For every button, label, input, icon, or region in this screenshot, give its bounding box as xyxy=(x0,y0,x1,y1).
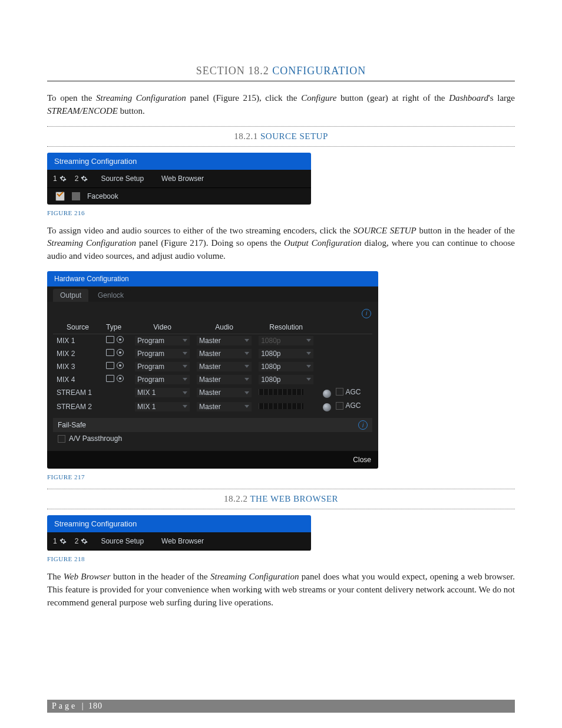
chevron-down-icon xyxy=(244,405,249,408)
cell-video[interactable]: Program xyxy=(131,360,193,373)
window-titlebar: Streaming Configuration xyxy=(47,515,311,532)
slot-number: 1 xyxy=(53,537,57,545)
cell-resolution[interactable]: 1080p xyxy=(255,360,317,373)
table-row: MIX 3ProgramMaster1080p xyxy=(53,360,372,373)
failsafe-row: Fail-Safe i xyxy=(53,418,372,432)
display-icon[interactable] xyxy=(106,336,114,343)
agc-label: AGC xyxy=(346,401,361,410)
display-icon[interactable] xyxy=(106,349,114,356)
cell-extra xyxy=(317,347,372,360)
audio-dropdown[interactable]: Master xyxy=(197,402,252,411)
chevron-down-icon xyxy=(183,391,187,394)
encoder-enable-checkbox[interactable] xyxy=(55,192,65,201)
col-resolution: Resolution xyxy=(255,321,317,334)
slot-number: 1 xyxy=(53,174,57,183)
tab-web-browser[interactable]: Web Browser xyxy=(157,536,209,546)
slot-number: 2 xyxy=(75,174,79,183)
cell-audio[interactable]: Master xyxy=(193,373,255,386)
video-dropdown[interactable]: Program xyxy=(135,362,190,371)
cell-audio[interactable]: Master xyxy=(193,386,255,400)
encoder-slot-2[interactable]: 2 xyxy=(75,174,88,183)
audio-dropdown[interactable]: Master xyxy=(197,349,252,358)
video-dropdown[interactable]: MIX 1 xyxy=(135,388,190,397)
encoder-slot-2[interactable]: 2 xyxy=(75,537,88,545)
tab-source-setup[interactable]: Source Setup xyxy=(96,173,148,184)
cell-type xyxy=(103,386,131,400)
agc-checkbox[interactable] xyxy=(336,388,343,396)
tab-strip: Output Genlock xyxy=(47,286,378,302)
cell-video[interactable]: MIX 1 xyxy=(131,400,193,413)
cell-resolution[interactable]: 1080p xyxy=(255,347,317,360)
record-icon[interactable] xyxy=(117,362,124,369)
tab-output[interactable]: Output xyxy=(53,289,88,302)
volume-knob[interactable] xyxy=(323,390,331,398)
cell-extra xyxy=(317,373,372,386)
subsection-number: 18.2.1 xyxy=(234,131,260,141)
figure-217-screenshot: Hardware Configuration Output Genlock i … xyxy=(47,271,378,469)
chevron-down-icon xyxy=(183,352,187,355)
chevron-down-icon xyxy=(306,378,311,381)
video-dropdown[interactable]: Program xyxy=(135,349,190,358)
record-icon[interactable] xyxy=(117,336,124,343)
chevron-down-icon xyxy=(183,405,187,408)
display-icon[interactable] xyxy=(106,375,114,382)
cell-video[interactable]: Program xyxy=(131,334,193,347)
cell-resolution[interactable] xyxy=(255,400,317,413)
page-footer: Page | 180 xyxy=(47,700,515,713)
audio-dropdown[interactable]: Master xyxy=(197,362,252,371)
info-icon[interactable]: i xyxy=(362,309,371,318)
resolution-dropdown[interactable]: 1080p xyxy=(259,375,313,384)
cell-video[interactable]: Program xyxy=(131,373,193,386)
resolution-dropdown[interactable]: 1080p xyxy=(259,336,313,345)
chevron-down-icon xyxy=(244,352,249,355)
encoder-color-swatch[interactable] xyxy=(72,192,80,200)
tab-web-browser[interactable]: Web Browser xyxy=(157,173,209,184)
cell-type xyxy=(103,360,131,373)
cell-resolution[interactable]: 1080p xyxy=(255,373,317,386)
cell-audio[interactable]: Master xyxy=(193,347,255,360)
volume-knob[interactable] xyxy=(323,403,331,411)
gear-icon[interactable] xyxy=(81,538,88,545)
record-icon[interactable] xyxy=(117,349,124,356)
audio-dropdown[interactable]: Master xyxy=(197,388,252,397)
audio-dropdown[interactable]: Master xyxy=(197,336,252,345)
encoder-name: Facebook xyxy=(87,192,118,200)
gear-icon[interactable] xyxy=(81,175,88,182)
chevron-down-icon xyxy=(244,365,249,368)
section-prefix: SECTION 18.2 xyxy=(196,65,273,77)
encoder-slot-1[interactable]: 1 xyxy=(53,537,67,545)
cell-resolution[interactable]: 1080p xyxy=(255,334,317,347)
footer-separator: | xyxy=(82,701,84,710)
cell-video[interactable]: Program xyxy=(131,347,193,360)
cell-audio[interactable]: Master xyxy=(193,334,255,347)
close-button[interactable]: Close xyxy=(353,456,371,464)
cell-video[interactable]: MIX 1 xyxy=(131,386,193,400)
info-icon[interactable]: i xyxy=(358,420,368,430)
video-dropdown[interactable]: Program xyxy=(135,336,190,345)
gear-icon[interactable] xyxy=(59,538,67,545)
subsection-title: SOURCE SETUP xyxy=(260,131,328,141)
tab-source-setup[interactable]: Source Setup xyxy=(96,536,148,546)
slot-number: 2 xyxy=(75,537,79,545)
tab-genlock[interactable]: Genlock xyxy=(91,289,131,302)
cell-audio[interactable]: Master xyxy=(193,360,255,373)
passthrough-checkbox[interactable] xyxy=(58,435,65,443)
record-icon[interactable] xyxy=(117,375,124,382)
encoder-slot-1[interactable]: 1 xyxy=(53,174,67,183)
agc-checkbox[interactable] xyxy=(336,402,343,410)
figure-218-screenshot: Streaming Configuration 1 2 Source Setup… xyxy=(47,515,311,551)
resolution-dropdown[interactable]: 1080p xyxy=(259,362,313,371)
cell-extra xyxy=(317,334,372,347)
dialog-footer: Close xyxy=(47,451,378,469)
agc-label: AGC xyxy=(346,388,361,396)
display-icon[interactable] xyxy=(106,362,114,369)
audio-dropdown[interactable]: Master xyxy=(197,375,252,384)
video-dropdown[interactable]: Program xyxy=(135,375,190,384)
cell-audio[interactable]: Master xyxy=(193,400,255,413)
col-source: Source xyxy=(53,321,103,334)
table-row: MIX 4ProgramMaster1080p xyxy=(53,373,372,386)
cell-resolution[interactable] xyxy=(255,386,317,400)
resolution-dropdown[interactable]: 1080p xyxy=(259,349,313,358)
gear-icon[interactable] xyxy=(59,175,67,182)
video-dropdown[interactable]: MIX 1 xyxy=(135,402,190,411)
